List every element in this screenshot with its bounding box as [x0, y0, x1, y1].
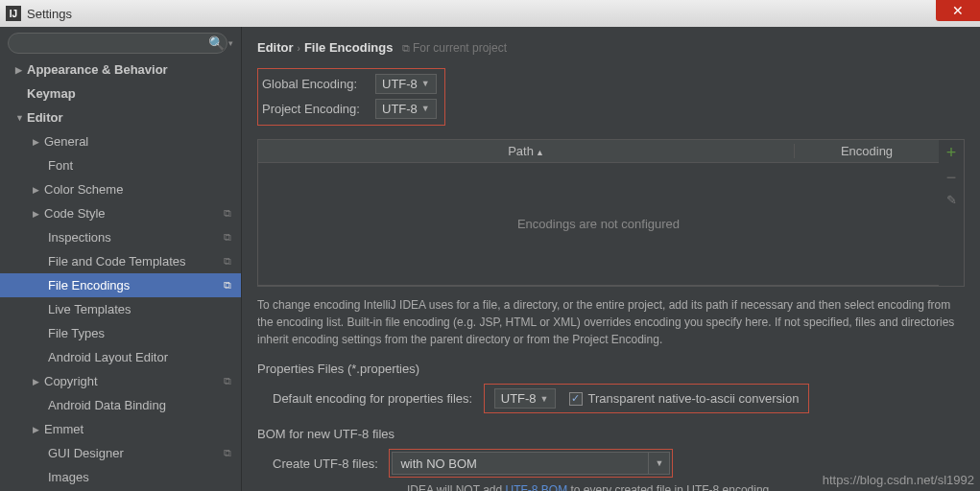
chevron-down-icon: ▼ — [421, 104, 430, 113]
global-encoding-select[interactable]: UTF-8▼ — [375, 74, 437, 94]
tree-file-encodings[interactable]: File Encodings⧉ — [0, 273, 241, 297]
tree-live-templates[interactable]: Live Templates — [0, 297, 241, 321]
search-bar: 🔍 ▾ — [8, 33, 233, 54]
watermark: https://blog.csdn.net/sl1992 — [823, 473, 974, 487]
search-input[interactable] — [8, 33, 227, 54]
search-dropdown-icon[interactable]: ▾ — [228, 38, 233, 48]
chevron-down-icon: ▼ — [421, 79, 430, 88]
encoding-highlight-box: Global Encoding: UTF-8▼ Project Encoding… — [257, 68, 445, 126]
properties-label: Default encoding for properties files: — [273, 391, 472, 406]
bom-label: Create UTF-8 files: — [273, 456, 378, 471]
project-encoding-label: Project Encoding: — [262, 102, 375, 116]
tree-file-code-templates[interactable]: File and Code Templates⧉ — [0, 249, 241, 273]
col-path[interactable]: Path▲ — [258, 144, 795, 158]
chevron-down-icon: ▼ — [648, 453, 669, 474]
tree-images[interactable]: Images — [0, 465, 241, 489]
native-ascii-label: Transparent native-to-ascii conversion — [588, 391, 800, 406]
sort-icon: ▲ — [536, 148, 544, 157]
table-header: Path▲ Encoding — [258, 140, 939, 163]
tree-code-style[interactable]: ▶Code Style⧉ — [0, 201, 241, 225]
tree-copyright[interactable]: ▶Copyright⧉ — [0, 369, 241, 393]
window-title: Settings — [27, 7, 72, 21]
scope-icon: ⧉ — [224, 279, 231, 292]
bom-select[interactable]: with NO BOM ▼ — [392, 452, 670, 475]
tree-emmet[interactable]: ▶Emmet — [0, 417, 241, 441]
tree-android-data[interactable]: Android Data Binding — [0, 393, 241, 417]
encodings-table: Path▲ Encoding Encodings are not configu… — [257, 139, 965, 287]
encoding-note: To change encoding IntelliJ IDEA uses fo… — [257, 296, 965, 348]
tree-appearance[interactable]: ▶Appearance & Behavior — [0, 58, 241, 82]
col-encoding[interactable]: Encoding — [795, 144, 939, 158]
search-icon: 🔍 — [208, 35, 225, 51]
scope-icon: ⧉ — [224, 375, 231, 387]
remove-icon: − — [946, 169, 957, 186]
tree-file-types[interactable]: File Types — [0, 321, 241, 345]
tree-font[interactable]: Font — [0, 153, 241, 177]
edit-icon: ✎ — [946, 194, 957, 206]
app-icon: IJ — [6, 6, 21, 21]
main-panel: Editor›File Encodings ⧉For current proje… — [242, 27, 980, 491]
bom-highlight-box: with NO BOM ▼ — [389, 449, 673, 478]
tree-android-layout[interactable]: Android Layout Editor — [0, 345, 241, 369]
tree-keymap[interactable]: Keymap — [0, 82, 241, 105]
sidebar: 🔍 ▾ ▶Appearance & Behavior Keymap ▼Edito… — [0, 27, 242, 491]
global-encoding-label: Global Encoding: — [262, 77, 375, 91]
titlebar: IJ Settings ✕ — [0, 0, 980, 27]
add-icon[interactable]: + — [946, 144, 957, 161]
tree-editor[interactable]: ▼Editor — [0, 105, 241, 129]
bom-link[interactable]: UTF-8 BOM — [505, 483, 567, 491]
scope-icon: ⧉ — [224, 231, 231, 244]
settings-tree: ▶Appearance & Behavior Keymap ▼Editor ▶G… — [0, 58, 241, 491]
scope-icon: ⧉ — [402, 42, 410, 54]
table-actions: + − ✎ — [939, 140, 964, 286]
properties-section-title: Properties Files (*.properties) — [257, 362, 965, 376]
close-button[interactable]: ✕ — [936, 0, 980, 21]
native-ascii-checkbox[interactable]: ✓ — [569, 392, 583, 406]
bom-section-title: BOM for new UTF-8 files — [257, 427, 965, 441]
tree-gui[interactable]: GUI Designer⧉ — [0, 441, 241, 465]
scope-icon: ⧉ — [224, 207, 231, 220]
breadcrumb: Editor›File Encodings ⧉For current proje… — [257, 40, 965, 55]
tree-general[interactable]: ▶General — [0, 129, 241, 153]
tree-color-scheme[interactable]: ▶Color Scheme — [0, 177, 241, 201]
scope-icon: ⧉ — [224, 447, 231, 459]
chevron-down-icon: ▼ — [540, 394, 549, 404]
properties-encoding-select[interactable]: UTF-8▼ — [494, 388, 556, 409]
table-empty: Encodings are not configured — [258, 163, 939, 286]
project-encoding-select[interactable]: UTF-8▼ — [375, 99, 437, 119]
tree-inspections[interactable]: Inspections⧉ — [0, 225, 241, 249]
properties-highlight-box: UTF-8▼ ✓ Transparent native-to-ascii con… — [484, 384, 810, 413]
scope-icon: ⧉ — [224, 255, 231, 268]
